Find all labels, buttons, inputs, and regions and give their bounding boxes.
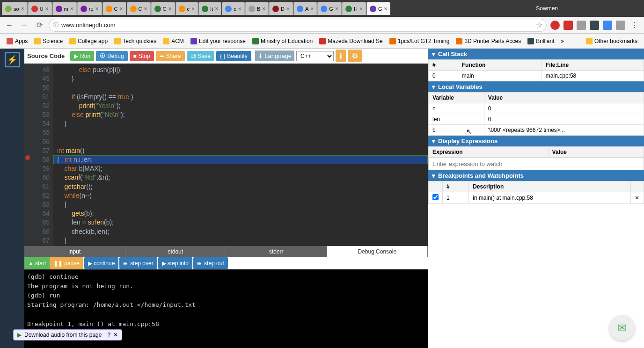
reload-button[interactable]: ⟳ [34,20,45,31]
tab-close-icon[interactable]: × [215,6,218,12]
tab-debug-console[interactable]: Debug Console [327,246,428,257]
browser-tab[interactable]: C× [102,2,126,15]
code-line[interactable]: gets(b); [57,209,424,218]
browser-tab[interactable]: It× [198,2,221,15]
bp-enabled-checkbox[interactable] [432,194,439,200]
code-line[interactable]: { [57,200,424,209]
tab-close-icon[interactable]: × [191,6,195,12]
dbg-step-over-button[interactable]: ⏭ step over [119,257,157,269]
code-line[interactable]: int main() [57,146,424,155]
bookmark-item[interactable]: » [558,36,567,46]
browser-tab[interactable]: G× [366,2,391,15]
beautify-button[interactable]: { } Beautify [216,51,251,61]
dbg-pause-button[interactable]: ❚❚ pause [50,257,83,269]
tab-close-icon[interactable]: × [359,6,363,12]
extension-icon-4[interactable] [590,21,599,30]
breakpoint-gutter[interactable] [24,64,31,246]
browser-tab[interactable]: so× [2,2,28,15]
back-button[interactable]: ← [4,20,15,31]
code-line[interactable] [57,83,424,92]
extension-icon-6[interactable] [616,21,625,30]
run-button[interactable]: ▶ Run [70,51,94,61]
tab-input[interactable]: input [24,246,125,257]
language-select[interactable]: C++ [296,51,334,61]
tab-close-icon[interactable]: × [310,6,314,12]
browser-tab[interactable]: H× [342,2,366,15]
tab-close-icon[interactable]: × [45,6,49,12]
extension-abp-icon[interactable] [564,21,573,30]
tab-close-icon[interactable]: × [262,6,265,12]
bookmark-item[interactable]: Ministry of Education [249,36,315,46]
browser-tab[interactable]: c× [176,2,198,15]
tab-close-icon[interactable]: × [70,6,73,12]
browser-tab[interactable]: D× [269,2,293,15]
tab-close-icon[interactable]: × [286,6,290,12]
save-button[interactable]: 🖫 Save [187,51,214,61]
code-line[interactable]: } [57,236,424,245]
bookmark-item[interactable]: Brilliant [525,36,557,46]
code-line[interactable]: { int n,i,len; [53,155,428,164]
dbg-start-button[interactable]: ▲ start [24,257,50,269]
code-line[interactable]: scanf("%d",&n); [57,173,424,182]
expressions-header[interactable]: ▾Display Expressions [428,136,644,146]
bookmark-item[interactable]: Tech quickies [111,36,159,46]
tab-close-icon[interactable]: × [95,6,99,12]
share-button[interactable]: ➦ Share [156,51,185,61]
bookmark-item[interactable]: Apps [4,36,30,46]
bookmark-item[interactable]: Edit your response [188,36,249,46]
audio-download-bar[interactable]: ▶ Download audio from this page ? ✕ [13,329,122,341]
call-stack-header[interactable]: ▾Call Stack [428,49,644,59]
table-row[interactable]: 0mainmain.cpp:58 [429,71,644,81]
code-line[interactable]: else printf("No\n"); [57,110,424,119]
bp-delete-icon[interactable]: ✕ [631,192,644,204]
browser-tab[interactable]: m× [52,2,77,15]
code-line[interactable] [57,138,424,146]
code-line[interactable]: while(n--) [57,191,424,200]
settings-gear-icon[interactable]: ⚙ [348,50,362,62]
info-icon[interactable]: ℹ [336,50,346,62]
extension-icon-1[interactable] [550,21,560,30]
chat-button[interactable]: ✉ [609,315,635,341]
bookmark-item[interactable]: College app [66,36,110,46]
tab-close-icon[interactable]: × [21,6,24,12]
tab-stderr[interactable]: stderr [226,246,327,257]
watch-expression-input[interactable] [428,158,644,170]
tab-close-icon[interactable]: × [168,6,171,12]
table-row[interactable]: 1 in main() at main.cpp:58 ✕ [429,192,644,204]
browser-tab[interactable]: G× [317,2,342,15]
code-body[interactable]: else push(p[i]); } if (isEmpty() == true… [53,64,428,246]
site-info-icon[interactable]: ⓘ [53,21,59,29]
dbg-continue-button[interactable]: ▶ continue [84,257,118,269]
code-line[interactable]: check(b,len); [57,227,424,236]
extension-icon-5[interactable] [603,21,612,30]
code-line[interactable]: } [57,119,424,128]
browser-tab[interactable]: U× [28,2,52,15]
menu-icon[interactable]: ⋮ [629,20,640,31]
code-line[interactable] [57,128,424,137]
browser-tab[interactable]: C× [151,2,175,15]
browser-tab[interactable]: c× [222,2,245,15]
table-row[interactable]: n0 [429,103,644,114]
bookmark-item[interactable]: Mazeda Download Se [316,36,385,46]
site-logo-icon[interactable]: ⚡ [5,52,20,67]
browser-tab[interactable]: re× [77,2,102,15]
bookmark-item[interactable]: Other bookmarks [583,36,640,46]
code-line[interactable]: len = strlen(b); [57,218,424,227]
browser-tab[interactable]: B× [245,2,269,15]
dbg-step-into-button[interactable]: ▶ step into [158,257,192,269]
breakpoints-header[interactable]: ▾Breakpoints and Watchpoints [428,170,644,181]
tab-close-icon[interactable]: × [384,6,387,12]
close-icon[interactable]: ✕ [113,332,118,338]
bookmark-item[interactable]: 3D Printer Parts Acces [453,36,524,46]
tab-stdout[interactable]: stdout [125,246,227,257]
breakpoint-dot-icon[interactable] [25,155,30,160]
help-icon[interactable]: ? [107,332,110,338]
bookmark-item[interactable]: 1pcs/Lot GT2 Timing [387,36,453,46]
code-line[interactable]: else push(p[i]); [57,65,424,74]
browser-tab[interactable]: A× [293,2,317,15]
local-vars-header[interactable]: ▾Local Variables [428,81,644,92]
code-line[interactable]: if (isEmpty() == true ) [57,93,424,102]
tab-close-icon[interactable]: × [144,6,147,12]
url-bar[interactable]: ⓘ www.onlinegdb.com ☆ [49,19,547,32]
bookmark-item[interactable]: ACM [160,36,187,46]
